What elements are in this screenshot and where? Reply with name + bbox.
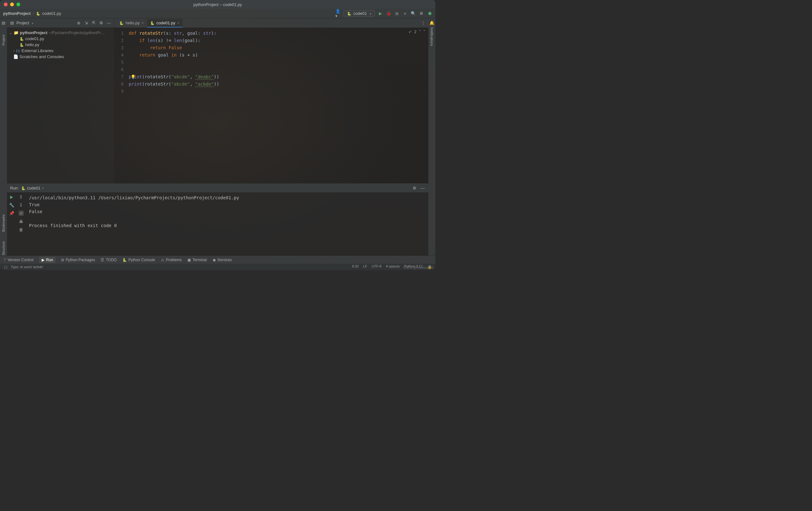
file-encoding[interactable]: UTF-8 [372, 264, 381, 269]
caret-position[interactable]: 8:32 [352, 264, 359, 269]
structure-tool-label[interactable]: Structure [2, 241, 5, 255]
window-title: pythonProject – code01.py [193, 2, 242, 7]
close-tab-icon[interactable]: × [177, 21, 179, 25]
shield-icon[interactable]: ⬢ [427, 11, 432, 16]
packages-tool-button[interactable]: ⧉Python Packages [61, 258, 95, 262]
editor-tab[interactable]: code01.py × [147, 19, 183, 27]
close-window-button[interactable] [4, 2, 7, 6]
editor-tabs: hello.py × code01.py × ⋮ [114, 18, 428, 28]
python-file-icon [21, 186, 26, 190]
clear-icon[interactable]: 🗑 [19, 227, 24, 232]
breadcrumb[interactable]: pythonProject code01.py [3, 11, 61, 16]
project-tool-label[interactable]: Project [2, 35, 5, 46]
packages-icon: ⧉ [61, 258, 64, 262]
python-file-icon [20, 42, 24, 47]
hide-panel-icon[interactable]: — [420, 185, 425, 190]
tree-root[interactable]: ⌄ 📁 pythonProject ~/PycharmProjects/pyth… [7, 30, 114, 36]
python-file-icon [20, 36, 24, 41]
navigation-bar: pythonProject code01.py 👤▾ code01 ▶ 🐞 ▣ … [0, 9, 435, 18]
user-icon[interactable]: 👤▾ [335, 11, 340, 16]
maximize-window-button[interactable] [17, 2, 20, 6]
terminal-icon: ▣ [187, 258, 191, 262]
debug-button[interactable]: 🐞 [386, 11, 391, 16]
run-config-label: code01 [353, 11, 367, 16]
bookmarks-tool-label[interactable]: Bookmarks [2, 214, 5, 232]
breadcrumb-file[interactable]: code01.py [42, 11, 61, 16]
scroll-down-icon[interactable]: ↧ [19, 203, 24, 208]
status-message: Typo: In word 'acbde' [11, 265, 43, 269]
python-file-icon [119, 21, 124, 25]
locate-icon[interactable]: ⊕ [76, 21, 81, 26]
project-tool-icon[interactable]: ▤ [1, 20, 6, 25]
tree-file[interactable]: hello.py [7, 42, 114, 48]
list-icon: ☰ [100, 258, 104, 262]
tool-windows-icon[interactable]: ▢ [3, 264, 8, 269]
settings-icon[interactable]: ⚙ [419, 11, 424, 16]
breadcrumb-project[interactable]: pythonProject [3, 11, 31, 16]
project-panel: ▤ Project ⊕ ⇲ ⇱ ⚙ — ⌄ 📁 [7, 18, 114, 183]
watermark: CSDN @Xiaolock830 [403, 266, 433, 269]
python-file-icon [150, 21, 154, 25]
pin-icon[interactable]: 📌 [9, 211, 14, 216]
print-icon[interactable]: 🖶 [19, 219, 24, 224]
collapse-all-icon[interactable]: ⇱ [91, 21, 96, 26]
play-icon: ▶ [41, 258, 45, 262]
scroll-up-icon[interactable]: ↥ [19, 194, 24, 199]
run-tool-window: Run: code01 × ⚙ — ▶ 🔧 📌 ↥ [7, 183, 428, 255]
hide-panel-icon[interactable]: — [106, 21, 111, 26]
settings-icon[interactable]: ⚙ [412, 185, 417, 190]
run-tool-button[interactable]: ▶Run [39, 257, 56, 263]
search-icon[interactable]: 🔍 [411, 11, 416, 16]
status-bar: ▢ Typo: In word 'acbde' 8:32 LF UTF-8 4 … [0, 264, 435, 270]
run-with-coverage-button[interactable]: ▣ [394, 11, 399, 16]
warning-icon: ⚠ [161, 258, 164, 262]
inspections-widget[interactable]: ✔ 2 ˄ ˅ [408, 30, 425, 34]
run-panel-label: Run: [10, 186, 19, 190]
services-tool-button[interactable]: ◉Services [213, 258, 232, 262]
editor-tab[interactable]: hello.py × [116, 19, 147, 27]
expand-all-icon[interactable]: ⇲ [84, 21, 89, 26]
vcs-tool-button[interactable]: ᛘVersion Control [4, 258, 33, 262]
prev-highlight-icon[interactable]: ˄ [419, 30, 421, 34]
tree-file[interactable]: code01.py [7, 36, 114, 42]
chevron-down-icon[interactable] [31, 21, 33, 25]
minimize-window-button[interactable] [10, 2, 14, 6]
python-file-icon [347, 11, 351, 16]
project-panel-title: Project [17, 21, 29, 25]
code-content[interactable]: def rotateStr(s: str, goal: str): if len… [127, 28, 428, 183]
run-panel-config[interactable]: code01 [27, 186, 40, 190]
problems-tool-button[interactable]: ⚠Problems [161, 258, 182, 262]
todo-tool-button[interactable]: ☰TODO [100, 258, 116, 262]
chevron-down-icon [369, 11, 371, 16]
indent-setting[interactable]: 4 spaces [386, 264, 400, 269]
soft-wrap-icon[interactable]: ⤶ [19, 211, 24, 216]
python-icon [122, 258, 127, 262]
notifications-label[interactable]: Notifications [430, 27, 434, 46]
tree-external-libs[interactable]: › ⫿⫿ External Libraries [7, 48, 114, 54]
stop-button[interactable]: ■ [403, 11, 408, 16]
lightbulb-icon[interactable]: 💡 [130, 75, 136, 79]
console-tool-button[interactable]: Python Console [122, 258, 155, 262]
close-tab-icon[interactable]: × [142, 21, 144, 25]
wrench-icon[interactable]: 🔧 [9, 203, 14, 208]
tabs-more-icon[interactable]: ⋮ [418, 21, 428, 25]
settings-icon[interactable]: ⚙ [99, 21, 104, 26]
tree-scratches[interactable]: 📄 Scratches and Consoles [7, 54, 114, 60]
check-icon: ✔ [408, 30, 412, 34]
console-output[interactable]: /usr/local/bin/python3.11 /Users/lixiao/… [26, 192, 428, 255]
project-tree[interactable]: ⌄ 📁 pythonProject ~/PycharmProjects/pyth… [7, 28, 114, 61]
close-run-tab-icon[interactable]: × [41, 186, 44, 190]
python-file-icon [36, 11, 40, 16]
services-icon: ◉ [213, 258, 216, 262]
bell-icon[interactable]: 🔔 [429, 20, 434, 25]
titlebar: pythonProject – code01.py [0, 0, 435, 9]
run-config-selector[interactable]: code01 [344, 10, 375, 17]
branch-icon: ᛘ [4, 258, 6, 262]
terminal-tool-button[interactable]: ▣Terminal [187, 258, 207, 262]
rerun-button[interactable]: ▶ [9, 194, 14, 199]
next-highlight-icon[interactable]: ˅ [423, 30, 425, 34]
line-separator[interactable]: LF [363, 264, 367, 269]
editor-gutter: 123 456 789 [114, 28, 127, 183]
code-editor[interactable]: 123 456 789 def rotateStr(s: str, goal: … [114, 28, 428, 183]
run-button[interactable]: ▶ [378, 11, 383, 16]
